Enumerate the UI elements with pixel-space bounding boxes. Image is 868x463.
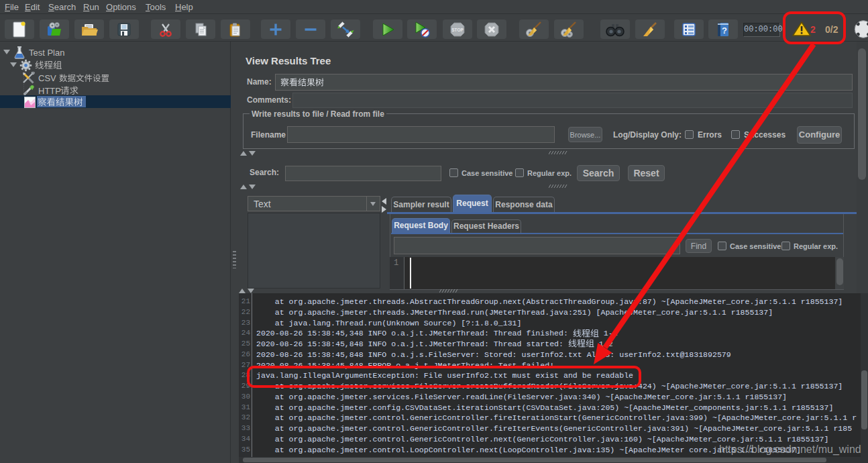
svg-text:?: ? [722, 25, 727, 36]
svg-text:STOP: STOP [451, 27, 464, 32]
